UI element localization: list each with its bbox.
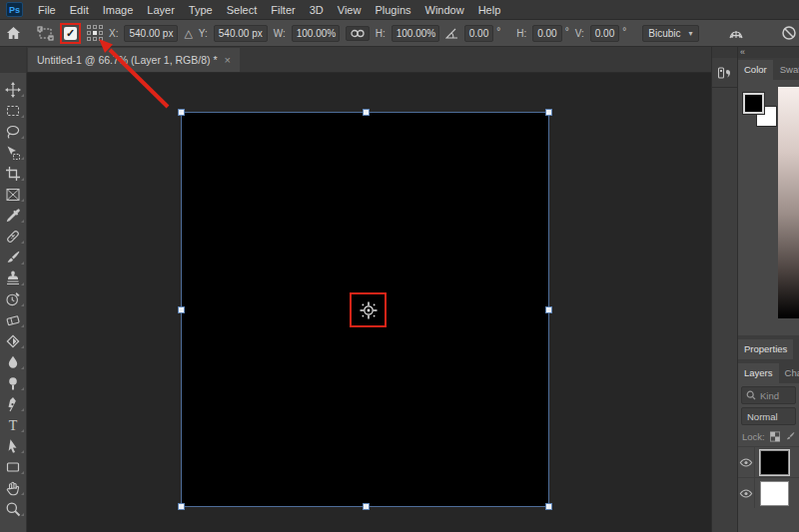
menu-layer[interactable]: Layer bbox=[140, 2, 182, 18]
brush-tool-icon[interactable] bbox=[0, 247, 27, 267]
frame-tool-icon[interactable] bbox=[0, 184, 27, 205]
v-skew-label: V: bbox=[575, 28, 584, 39]
menu-help[interactable]: Help bbox=[471, 2, 508, 18]
free-transform-tool-icon[interactable] bbox=[37, 26, 54, 41]
y-position-input[interactable]: 540.00 px bbox=[214, 25, 268, 42]
rotation-angle-input[interactable]: 0.00 bbox=[464, 25, 493, 42]
toggle-reference-point-checkbox[interactable]: ✓ bbox=[64, 27, 77, 40]
hand-tool-icon[interactable] bbox=[0, 477, 27, 498]
type-tool-icon[interactable]: T bbox=[0, 414, 27, 435]
gradient-tool-icon[interactable] bbox=[0, 330, 27, 351]
rotate-angle-icon bbox=[445, 28, 458, 39]
height-label: H: bbox=[376, 28, 386, 39]
layer-filter-value: Kind bbox=[760, 390, 779, 401]
eyedropper-tool-icon[interactable] bbox=[0, 205, 27, 226]
color-ramp[interactable] bbox=[778, 87, 799, 318]
height-scale-input[interactable]: 100.00% bbox=[392, 25, 439, 42]
canvas-area[interactable] bbox=[27, 73, 711, 532]
width-scale-input[interactable]: 100.00% bbox=[292, 25, 340, 42]
reference-point-locator[interactable] bbox=[87, 25, 103, 41]
eye-icon[interactable] bbox=[739, 457, 753, 468]
v-skew-input[interactable]: 0.00 bbox=[590, 25, 619, 42]
rectangular-marquee-tool-icon[interactable] bbox=[0, 100, 27, 121]
tab-swatches[interactable]: Swat bbox=[774, 60, 799, 80]
menu-window[interactable]: Window bbox=[418, 2, 471, 18]
collapsed-panels-icon[interactable] bbox=[712, 58, 737, 88]
menu-view[interactable]: View bbox=[331, 2, 369, 18]
blend-mode-dropdown[interactable]: Normal bbox=[741, 407, 796, 425]
transform-handle-top-right[interactable] bbox=[545, 109, 552, 116]
spot-healing-brush-tool-icon[interactable] bbox=[0, 226, 27, 247]
transform-handle-top-center[interactable] bbox=[363, 109, 370, 116]
x-label: X: bbox=[109, 28, 118, 39]
transform-handle-middle-left[interactable] bbox=[178, 306, 185, 313]
background-layer-thumbnail[interactable] bbox=[760, 481, 789, 506]
foreground-color-swatch[interactable] bbox=[743, 93, 764, 114]
pen-tool-icon[interactable] bbox=[0, 393, 27, 414]
blend-mode-row: Normal bbox=[738, 406, 799, 427]
transform-handle-bottom-right[interactable] bbox=[545, 503, 552, 510]
dodge-tool-icon[interactable] bbox=[0, 372, 27, 393]
tab-properties[interactable]: Properties bbox=[738, 339, 793, 359]
lasso-tool-icon[interactable] bbox=[0, 121, 27, 142]
transform-handle-middle-right[interactable] bbox=[545, 306, 552, 313]
reference-point-icon[interactable] bbox=[358, 299, 380, 321]
layer-filter-row: Kind bbox=[738, 383, 799, 406]
menu-select[interactable]: Select bbox=[220, 2, 265, 18]
lock-transparency-icon[interactable] bbox=[770, 431, 780, 442]
search-icon bbox=[746, 390, 756, 400]
collapse-panels-chevron-icon[interactable]: « bbox=[740, 48, 745, 57]
menu-type[interactable]: Type bbox=[182, 2, 220, 18]
x-position-input[interactable]: 540.00 px bbox=[124, 25, 178, 42]
eraser-tool-icon[interactable] bbox=[0, 309, 27, 330]
rectangle-tool-icon[interactable] bbox=[0, 456, 27, 477]
close-icon[interactable]: × bbox=[224, 54, 230, 66]
layer-row-background[interactable] bbox=[738, 477, 799, 508]
y-label: Y: bbox=[199, 28, 208, 39]
layer-filter-dropdown[interactable]: Kind bbox=[741, 386, 796, 404]
tab-layers[interactable]: Layers bbox=[738, 363, 779, 383]
layer1-thumbnail[interactable] bbox=[760, 450, 789, 475]
document-title: Untitled-1 @ 66.7% (Layer 1, RGB/8) * bbox=[37, 54, 217, 66]
photoshop-window: Ps File Edit Image Layer Type Select Fil… bbox=[0, 0, 799, 532]
zoom-tool-icon[interactable] bbox=[0, 498, 27, 519]
menu-3d[interactable]: 3D bbox=[303, 2, 331, 18]
warp-mode-toggle-icon[interactable] bbox=[727, 26, 745, 40]
menu-bar: Ps File Edit Image Layer Type Select Fil… bbox=[0, 0, 799, 20]
annotation-box-reference-point bbox=[350, 292, 387, 327]
degree-symbol: ° bbox=[565, 26, 569, 37]
move-tool-icon[interactable] bbox=[0, 79, 27, 100]
photoshop-logo-icon[interactable]: Ps bbox=[6, 2, 23, 17]
crop-tool-icon[interactable] bbox=[0, 163, 27, 184]
chevron-down-icon: ▾ bbox=[688, 29, 692, 38]
h-skew-input[interactable]: 0.00 bbox=[532, 25, 561, 42]
home-icon[interactable] bbox=[6, 26, 21, 40]
color-panel-tabs: Color Swat bbox=[738, 58, 799, 80]
maintain-aspect-ratio-link-icon[interactable] bbox=[346, 26, 370, 41]
menu-file[interactable]: File bbox=[31, 2, 63, 18]
transform-handle-bottom-left[interactable] bbox=[178, 503, 185, 510]
layer-row-layer1[interactable] bbox=[738, 446, 799, 477]
relative-position-delta-icon[interactable]: △ bbox=[184, 27, 192, 40]
transform-handle-bottom-center[interactable] bbox=[363, 503, 370, 510]
blur-tool-icon[interactable] bbox=[0, 351, 27, 372]
object-selection-tool-icon[interactable] bbox=[0, 142, 27, 163]
menu-image[interactable]: Image bbox=[96, 2, 141, 18]
degree-symbol: ° bbox=[622, 26, 626, 37]
menu-filter[interactable]: Filter bbox=[264, 2, 302, 18]
history-brush-tool-icon[interactable] bbox=[0, 288, 27, 309]
menu-edit[interactable]: Edit bbox=[63, 2, 96, 18]
menu-plugins[interactable]: Plugins bbox=[368, 2, 417, 18]
document-tab[interactable]: Untitled-1 @ 66.7% (Layer 1, RGB/8) * × bbox=[28, 48, 240, 72]
tab-channels[interactable]: Cha bbox=[779, 363, 799, 383]
path-selection-tool-icon[interactable] bbox=[0, 435, 27, 456]
eye-icon[interactable] bbox=[739, 488, 753, 499]
lock-pixels-brush-icon[interactable] bbox=[785, 431, 795, 442]
tab-color[interactable]: Color bbox=[738, 60, 773, 80]
clone-stamp-tool-icon[interactable] bbox=[0, 267, 27, 288]
transform-handle-top-left[interactable] bbox=[178, 109, 185, 116]
interpolation-dropdown[interactable]: Bicubic ▾ bbox=[642, 25, 698, 42]
visibility-cell[interactable] bbox=[738, 478, 755, 508]
cancel-transform-icon[interactable] bbox=[781, 25, 797, 41]
visibility-cell[interactable] bbox=[738, 447, 755, 477]
